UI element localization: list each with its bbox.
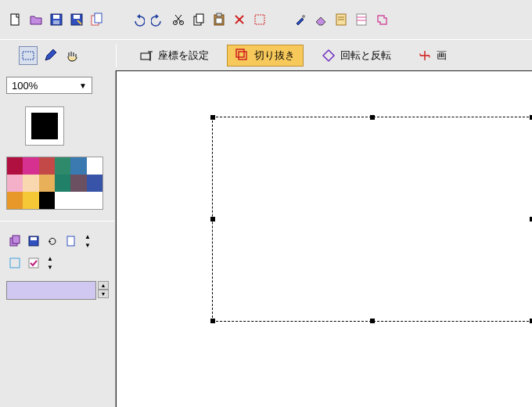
save-as-button[interactable] xyxy=(67,10,86,29)
layer-up-button[interactable]: ▲ xyxy=(81,232,94,241)
svg-rect-15 xyxy=(196,14,203,23)
delete-button[interactable] xyxy=(230,10,249,29)
new-file-button[interactable] xyxy=(6,10,25,29)
canvas[interactable] xyxy=(116,70,532,407)
crop-tool[interactable]: 切り抜き xyxy=(227,45,304,67)
transform-tools: 座標を設定 切り抜き 回転と反転 画 xyxy=(117,45,455,67)
sidebar: 100% ▼ ▲ ▼ ▲ ▼ xyxy=(0,70,116,407)
palette-cell[interactable] xyxy=(70,175,86,192)
palette-cell[interactable] xyxy=(7,157,23,175)
cut-button[interactable] xyxy=(169,10,188,29)
notes-button[interactable] xyxy=(332,10,350,29)
svg-rect-3 xyxy=(53,20,59,24)
palette-cell[interactable] xyxy=(39,192,55,209)
palette-cell[interactable] xyxy=(7,192,23,209)
svg-rect-44 xyxy=(10,258,20,268)
selection-rect[interactable] xyxy=(212,117,532,322)
svg-marker-42 xyxy=(49,241,51,243)
hand-tool[interactable] xyxy=(63,46,81,65)
palette-cell[interactable] xyxy=(87,157,102,175)
redo-button[interactable] xyxy=(149,10,167,29)
layer-reload-button[interactable] xyxy=(44,232,61,250)
svg-rect-45 xyxy=(29,258,38,268)
rotate-icon xyxy=(322,49,336,63)
image-label: 画 xyxy=(437,49,447,63)
coords-icon xyxy=(139,49,153,63)
svg-rect-41 xyxy=(31,237,37,240)
scroll-down-button[interactable]: ▼ xyxy=(98,290,109,298)
rotate-flip-label: 回転と反転 xyxy=(340,49,391,63)
select-all-button[interactable] xyxy=(250,10,269,29)
palette-cell[interactable] xyxy=(39,175,55,192)
svg-rect-30 xyxy=(141,53,150,59)
palette-cell[interactable] xyxy=(23,175,38,192)
handle-nw[interactable] xyxy=(210,115,215,120)
zoom-select[interactable]: 100% ▼ xyxy=(6,77,92,94)
selection-mode-group xyxy=(0,46,116,65)
divider xyxy=(0,221,115,222)
color-palette xyxy=(6,157,103,210)
edit-group xyxy=(128,10,269,29)
svg-rect-33 xyxy=(239,52,246,59)
layer-visible-button[interactable] xyxy=(25,254,42,272)
file-group xyxy=(6,10,106,29)
handle-w[interactable] xyxy=(210,217,215,222)
copy-button[interactable] xyxy=(189,10,208,29)
sub-toolbar: 座標を設定 切り抜き 回転と反転 画 xyxy=(0,39,532,70)
copy-doc-button[interactable] xyxy=(88,10,106,29)
svg-rect-29 xyxy=(23,52,34,59)
image-tool[interactable]: 画 xyxy=(409,45,455,67)
palette-cell[interactable] xyxy=(55,157,70,175)
palette-cell[interactable] xyxy=(55,192,70,209)
picker-button[interactable] xyxy=(291,10,310,29)
svg-rect-21 xyxy=(255,15,264,24)
set-coords-tool[interactable]: 座標を設定 xyxy=(131,45,217,67)
svg-rect-39 xyxy=(13,236,20,243)
opacity-up-button[interactable]: ▲ xyxy=(44,254,56,263)
layer-save-button[interactable] xyxy=(25,232,42,250)
layer-down-button[interactable]: ▼ xyxy=(81,241,94,250)
svg-rect-0 xyxy=(11,14,19,25)
layer-scroll: ▲ ▼ xyxy=(98,281,109,298)
current-color-swatch[interactable] xyxy=(25,106,64,146)
palette-cell[interactable] xyxy=(23,192,38,209)
handle-sw[interactable] xyxy=(210,319,215,323)
svg-marker-9 xyxy=(156,14,159,19)
layer-new-button[interactable] xyxy=(63,232,80,250)
handle-s[interactable] xyxy=(370,319,375,323)
paste-button[interactable] xyxy=(210,10,228,29)
svg-rect-43 xyxy=(67,236,74,246)
rect-select-tool[interactable] xyxy=(19,46,38,65)
svg-rect-2 xyxy=(53,15,59,19)
main-toolbar xyxy=(0,0,532,39)
save-button[interactable] xyxy=(47,10,66,29)
palette-cell[interactable] xyxy=(87,192,102,209)
palette-cell[interactable] xyxy=(87,175,102,192)
undo-button[interactable] xyxy=(128,10,147,29)
palette-cell[interactable] xyxy=(70,157,86,175)
crop-label: 切り抜き xyxy=(254,49,295,63)
pencil-tool[interactable] xyxy=(41,46,59,65)
svg-rect-18 xyxy=(216,18,222,23)
opacity-down-button[interactable]: ▼ xyxy=(44,263,56,272)
layer-frame-button[interactable] xyxy=(6,254,23,272)
rotate-flip-tool[interactable]: 回転と反転 xyxy=(313,45,400,67)
handle-n[interactable] xyxy=(370,115,375,120)
palette-cell[interactable] xyxy=(39,157,55,175)
layer-dup-button[interactable] xyxy=(6,232,23,250)
eraser-button[interactable] xyxy=(311,10,330,29)
current-color-inner xyxy=(31,113,58,139)
scroll-up-button[interactable]: ▲ xyxy=(98,281,109,290)
palette-cell[interactable] xyxy=(70,192,86,209)
layer-list[interactable] xyxy=(6,281,96,300)
set-coords-label: 座標を設定 xyxy=(158,49,209,63)
palette-cell[interactable] xyxy=(55,175,70,192)
dropdown-arrow-icon: ▼ xyxy=(79,81,87,90)
grid-button[interactable] xyxy=(352,10,371,29)
shape-button[interactable] xyxy=(372,10,391,29)
layer-move-arrows: ▲ ▼ xyxy=(81,232,94,250)
open-file-button[interactable] xyxy=(27,10,45,29)
palette-cell[interactable] xyxy=(7,175,23,192)
palette-cell[interactable] xyxy=(23,157,38,175)
workspace: 100% ▼ ▲ ▼ ▲ ▼ xyxy=(0,70,532,407)
